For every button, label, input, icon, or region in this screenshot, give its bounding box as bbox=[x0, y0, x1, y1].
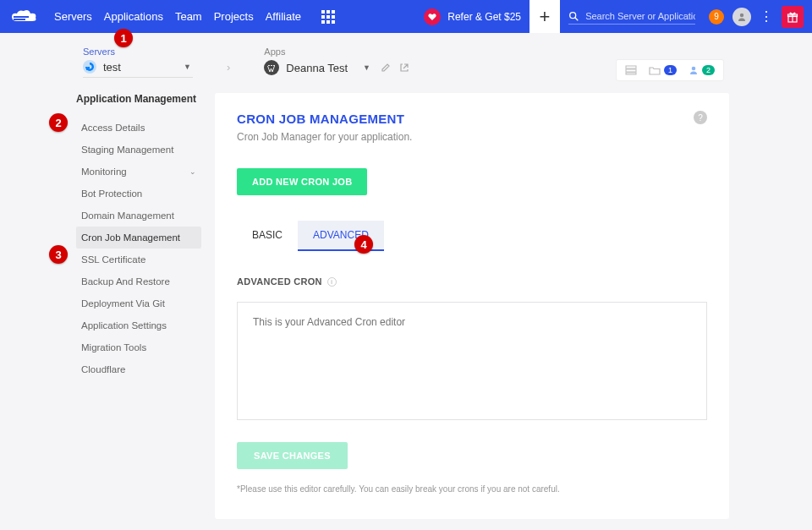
svg-rect-13 bbox=[626, 73, 636, 74]
external-link-icon[interactable] bbox=[399, 63, 409, 73]
svg-line-3 bbox=[575, 18, 578, 20]
sidebar-item-label: Monitoring bbox=[81, 167, 127, 177]
app-name: Deanna Test bbox=[286, 62, 348, 74]
chevron-right-icon: › bbox=[227, 61, 230, 74]
svg-point-4 bbox=[740, 13, 743, 16]
edit-icon[interactable] bbox=[381, 63, 391, 73]
status-box: 1 2 bbox=[616, 59, 724, 81]
search-input[interactable] bbox=[585, 11, 695, 21]
panel-subtitle: Cron Job Manager for your application. bbox=[237, 131, 707, 143]
svg-rect-1 bbox=[14, 19, 25, 20]
sidebar-title: Application Management bbox=[76, 93, 201, 105]
plus-icon: + bbox=[540, 6, 551, 28]
panel-title: CRON JOB MANAGEMENT bbox=[237, 112, 707, 126]
svg-point-14 bbox=[692, 67, 696, 71]
svg-rect-8 bbox=[88, 67, 91, 69]
add-button[interactable]: + bbox=[529, 0, 560, 33]
info-icon[interactable]: i bbox=[327, 277, 337, 287]
svg-point-10 bbox=[266, 63, 277, 74]
tab-basic[interactable]: BASIC bbox=[237, 221, 298, 251]
wordpress-icon bbox=[264, 60, 279, 75]
chevron-down-icon: ▼ bbox=[184, 63, 191, 71]
sidebar: Application Management Access Details St… bbox=[76, 93, 201, 519]
nav-applications[interactable]: Applications bbox=[104, 10, 163, 23]
cron-editor[interactable] bbox=[237, 302, 707, 420]
help-icon[interactable]: ? bbox=[694, 111, 707, 124]
add-cron-button[interactable]: ADD NEW CRON JOB bbox=[237, 168, 367, 195]
annotation-1: 1 bbox=[114, 29, 133, 47]
list-view-icon[interactable] bbox=[625, 65, 637, 75]
digitalocean-icon bbox=[83, 60, 96, 74]
chevron-down-icon: ▼ bbox=[363, 63, 370, 72]
main-area: Application Management Access Details St… bbox=[0, 78, 812, 519]
person-icon bbox=[689, 65, 699, 75]
refer-button[interactable]: Refer & Get $25 bbox=[424, 8, 521, 25]
sidebar-item-migration[interactable]: Migration Tools bbox=[76, 336, 201, 358]
sidebar-item-ssl[interactable]: SSL Certificate bbox=[76, 249, 201, 270]
sidebar-item-monitoring[interactable]: Monitoring ⌄ bbox=[76, 161, 201, 183]
nav-team[interactable]: Team bbox=[175, 10, 202, 23]
annotation-3: 3 bbox=[49, 245, 68, 264]
search-icon bbox=[568, 10, 579, 22]
tabs: BASIC ADVANCED bbox=[237, 221, 707, 251]
notification-badge[interactable]: 9 bbox=[709, 9, 724, 25]
svg-rect-9 bbox=[86, 69, 88, 71]
section-label-text: ADVANCED CRON bbox=[237, 276, 322, 287]
gift-icon bbox=[787, 11, 798, 23]
refer-label: Refer & Get $25 bbox=[447, 11, 521, 23]
heart-icon bbox=[424, 8, 441, 25]
user-badge: 2 bbox=[702, 65, 715, 75]
sidebar-item-settings[interactable]: Application Settings bbox=[76, 314, 201, 336]
apps-grid-icon[interactable] bbox=[321, 10, 335, 24]
section-label: ADVANCED CRON i bbox=[237, 276, 707, 287]
sidebar-item-cron[interactable]: Cron Job Management bbox=[76, 227, 201, 249]
svg-point-2 bbox=[570, 13, 576, 19]
sidebar-item-cloudflare[interactable]: Cloudflare bbox=[76, 358, 201, 380]
sidebar-item-access-details[interactable]: Access Details bbox=[76, 117, 201, 139]
sidebar-item-bot-protection[interactable]: Bot Protection bbox=[76, 183, 201, 205]
nav-affiliate[interactable]: Affiliate bbox=[266, 10, 301, 23]
person-icon bbox=[737, 12, 747, 22]
svg-rect-12 bbox=[626, 69, 636, 72]
annotation-2: 2 bbox=[49, 113, 68, 132]
search-field[interactable] bbox=[568, 8, 695, 25]
server-selector[interactable]: test ▼ bbox=[83, 60, 193, 74]
brand-logo[interactable] bbox=[10, 8, 39, 26]
svg-rect-0 bbox=[14, 16, 29, 18]
servers-crumb-label: Servers bbox=[83, 46, 193, 57]
projects-count[interactable]: 1 bbox=[649, 65, 677, 75]
users-count[interactable]: 2 bbox=[689, 65, 715, 75]
nav-projects[interactable]: Projects bbox=[214, 10, 254, 23]
gift-button[interactable] bbox=[782, 6, 804, 28]
folder-badge: 1 bbox=[664, 65, 677, 75]
folder-icon bbox=[649, 66, 661, 75]
sidebar-item-staging[interactable]: Staging Management bbox=[76, 139, 201, 161]
annotation-4: 4 bbox=[354, 235, 373, 254]
sidebar-item-git[interactable]: Deployment Via Git bbox=[76, 292, 201, 314]
chevron-down-icon: ⌄ bbox=[189, 167, 196, 176]
warning-note: *Please use this editor carefully. You c… bbox=[237, 484, 707, 494]
nav-servers[interactable]: Servers bbox=[54, 10, 92, 23]
app-selector[interactable]: Deanna Test ▼ bbox=[264, 60, 409, 75]
more-menu-icon[interactable]: ⋮ bbox=[760, 8, 773, 25]
server-name: test bbox=[103, 61, 121, 74]
sidebar-item-domain[interactable]: Domain Management bbox=[76, 205, 201, 227]
save-button[interactable]: SAVE CHANGES bbox=[237, 442, 348, 469]
apps-crumb-label: Apps bbox=[264, 46, 409, 57]
content-panel: CRON JOB MANAGEMENT ? Cron Job Manager f… bbox=[215, 93, 729, 519]
nav-links: Servers Applications Team Projects Affil… bbox=[54, 10, 301, 23]
svg-rect-11 bbox=[626, 66, 636, 68]
user-avatar[interactable] bbox=[732, 8, 751, 26]
sidebar-item-backup[interactable]: Backup And Restore bbox=[76, 270, 201, 292]
